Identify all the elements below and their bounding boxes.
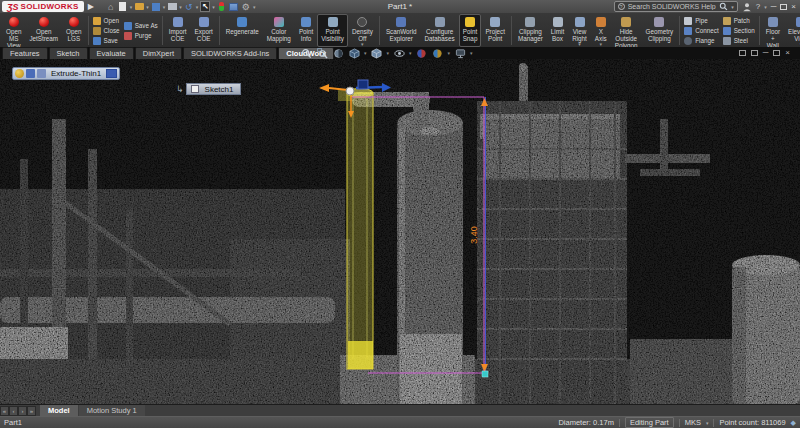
tab-evaluate[interactable]: Evaluate [89, 47, 134, 59]
options-gear-icon[interactable]: ⚙ [241, 1, 251, 12]
point-info-button[interactable]: Point Info [295, 14, 317, 47]
help-caret-icon[interactable]: ▾ [764, 4, 767, 10]
tab-motion-study[interactable]: Motion Study 1 [79, 405, 145, 417]
view-orientation-icon[interactable] [348, 47, 360, 59]
point-snap-button[interactable]: Point Snap [459, 14, 482, 47]
view-settings-icon[interactable] [454, 47, 466, 59]
tile-icon[interactable] [751, 50, 758, 56]
status-units[interactable]: MKS [685, 418, 701, 427]
feature-breadcrumb[interactable]: Extrude-Thin1 [12, 67, 120, 80]
tab-features[interactable]: Features [2, 47, 48, 59]
save-as-button[interactable]: Save As [124, 21, 158, 30]
dropdown-caret-icon[interactable]: ▾ [179, 4, 182, 10]
help-menu-icon[interactable]: ? [756, 2, 760, 11]
zoom-area-icon[interactable] [316, 47, 328, 59]
search-icon[interactable] [719, 2, 728, 11]
dropdown-caret-icon[interactable]: ▾ [448, 50, 451, 56]
tab-scroll-last-icon[interactable]: » [27, 406, 36, 416]
minimize-icon[interactable]: ─ [771, 2, 777, 11]
tab-sketch[interactable]: Sketch [49, 47, 88, 59]
edit-appearance-icon[interactable] [416, 47, 428, 59]
dropdown-caret-icon[interactable]: ▾ [212, 4, 215, 10]
close-button[interactable]: Close [93, 26, 120, 35]
dropdown-caret-icon[interactable]: ▾ [163, 4, 166, 10]
dropdown-caret-icon[interactable]: ▾ [364, 50, 367, 56]
zoom-fit-icon[interactable] [300, 47, 312, 59]
open-ms-view-button[interactable]: Open MS View [2, 14, 25, 47]
dropdown-caret-icon[interactable]: ▾ [361, 42, 364, 46]
search-input[interactable]: ? Search SOLIDWORKS Help ▾ [614, 1, 738, 12]
limit-box-button[interactable]: Limit Box [547, 14, 568, 47]
design-table-icon[interactable] [229, 1, 239, 12]
undo-icon[interactable]: ↺ [184, 1, 194, 12]
home-icon[interactable]: ⌂ [106, 1, 116, 12]
manipulator-handle-box[interactable] [358, 80, 368, 89]
floor-wall-button[interactable]: Floor + Wall▾ [762, 14, 784, 47]
dropdown-caret-icon[interactable]: ▾ [146, 4, 149, 10]
close-doc-icon[interactable]: × [785, 48, 790, 58]
minimize-doc-icon[interactable]: ─ [763, 48, 769, 58]
project-point-button[interactable]: Project Point [481, 14, 509, 47]
scanworld-explorer-button[interactable]: ScanWorld Explorer [382, 14, 421, 47]
display-style-icon[interactable] [371, 47, 383, 59]
geometry-clipping-button[interactable]: Geometry Clipping [642, 14, 678, 47]
tab-scroll-next-icon[interactable]: › [18, 406, 27, 416]
purge-button[interactable]: Purge [124, 31, 158, 40]
dropdown-caret-icon[interactable]: ▾ [578, 42, 581, 46]
dropdown-caret-icon[interactable]: ▾ [470, 50, 473, 56]
dropdown-caret-icon[interactable]: ▾ [130, 4, 133, 10]
restore-doc-icon[interactable] [773, 50, 780, 56]
tab-solidworks-add-ins[interactable]: SOLIDWORKS Add-Ins [183, 47, 277, 59]
apply-scene-icon[interactable] [432, 47, 444, 59]
tab-scroll-first-icon[interactable]: « [0, 406, 9, 416]
section-button[interactable]: Section [723, 26, 755, 35]
patch-button[interactable]: Patch [723, 16, 755, 25]
view-right-button[interactable]: View Right▾ [568, 14, 591, 47]
sketch-name[interactable]: Sketch1 [202, 85, 237, 94]
export-coe-button[interactable]: Export COE [191, 14, 217, 47]
open-lgs-button[interactable]: Open LGS [62, 14, 85, 47]
dropdown-caret-icon[interactable]: ▾ [196, 4, 199, 10]
point-cloud-canvas[interactable]: 3.40 [0, 59, 800, 404]
print-icon[interactable] [167, 1, 177, 12]
pipe-button[interactable]: Pipe [684, 16, 718, 25]
save-button[interactable]: Save [93, 36, 120, 45]
close-icon[interactable]: × [791, 2, 796, 11]
dropdown-caret-icon[interactable]: ▾ [409, 50, 412, 56]
import-coe-button[interactable]: Import COE [165, 14, 191, 47]
user-account-icon[interactable] [742, 2, 752, 12]
tab-model[interactable]: Model [40, 405, 78, 417]
elevation-view-button[interactable]: Elevation View▾ [784, 14, 800, 47]
configure-databases-button[interactable]: Configure Databases [421, 14, 459, 47]
traffic-light-icon[interactable] [217, 1, 227, 12]
open-button[interactable]: Open [93, 16, 120, 25]
point-visibility-button[interactable]: Point Visibility [317, 14, 348, 47]
menu-expand-arrow-icon[interactable]: ▶ [84, 2, 98, 11]
select-arrow-icon[interactable]: ↖ [200, 1, 210, 12]
hide-outside-polygon-button[interactable]: Hide Outside Polygon▾ [611, 14, 642, 47]
units-caret-icon[interactable]: ▾ [706, 420, 709, 426]
status-right-icon[interactable]: ◆ [791, 419, 796, 427]
hide-show-items-icon[interactable] [393, 47, 405, 59]
viewport[interactable]: 3.40 Extrude-Thin1 ↳ Sketch1 [0, 59, 800, 404]
tab-dimxpert[interactable]: DimXpert [135, 47, 182, 59]
density-off-button[interactable]: Density Off▾ [348, 14, 377, 47]
search-caret-icon[interactable]: ▾ [731, 4, 734, 10]
feature-end-box-icon[interactable] [106, 69, 117, 78]
sketch-breadcrumb[interactable]: ↳ Sketch1 [176, 83, 241, 95]
cascade-icon[interactable] [739, 50, 746, 56]
flange-button[interactable]: Flange [684, 36, 718, 45]
feature-name[interactable]: Extrude-Thin1 [48, 69, 104, 78]
color-mapping-button[interactable]: Color Mapping [263, 14, 295, 47]
open-jetstream-button[interactable]: Open JetStream [25, 14, 62, 47]
restore-icon[interactable] [780, 4, 787, 10]
clipping-manager-button[interactable]: Clipping Manager [514, 14, 547, 47]
steel-button[interactable]: Steel [723, 36, 755, 45]
x-axis-button[interactable]: X Axis▾ [591, 14, 611, 47]
section-view-icon[interactable] [332, 47, 344, 59]
dropdown-caret-icon[interactable]: ▾ [600, 42, 603, 46]
regenerate-button[interactable]: Regenerate [222, 14, 263, 47]
save-icon[interactable] [151, 1, 161, 12]
dropdown-caret-icon[interactable]: ▾ [253, 4, 256, 10]
connect-button[interactable]: Connect [684, 26, 718, 35]
